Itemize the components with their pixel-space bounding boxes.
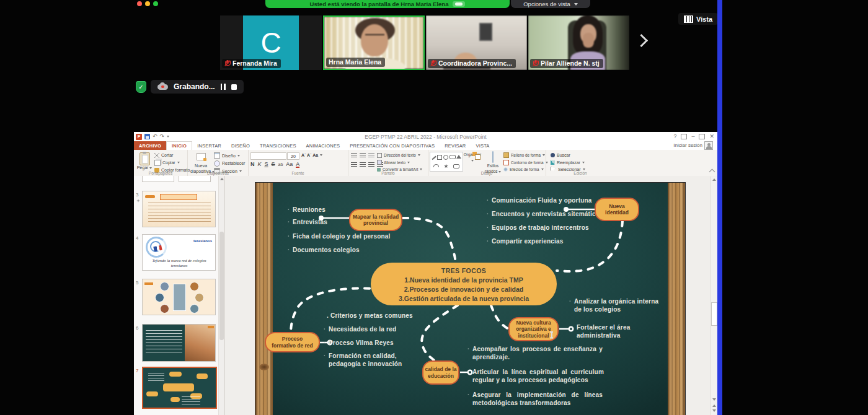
minimize-icon[interactable]: –	[691, 133, 694, 139]
paste-clipboard-icon	[140, 152, 150, 165]
node-tres-focos[interactable]: TRES FOCOS 1.Nueva identidad de la provi…	[371, 263, 557, 305]
shape-outline-button[interactable]: Contorno de forma	[503, 160, 548, 165]
reset-button[interactable]: Restablecer	[214, 160, 245, 167]
editor-scrollbar-thumb[interactable]	[711, 302, 717, 326]
align-center-icon[interactable]	[360, 162, 366, 167]
node-nueva-identidad[interactable]: Nueva identidad	[595, 198, 639, 221]
slide-thumbnail-3[interactable]	[142, 191, 216, 227]
security-shield-icon[interactable]: ✓	[136, 81, 146, 93]
node-label: 2.Procesos de innovación y de calidad	[404, 285, 524, 294]
list-buttons[interactable]	[351, 153, 374, 158]
numbering-icon[interactable]	[360, 153, 366, 158]
font-name-combobox[interactable]	[250, 152, 286, 160]
vista-button[interactable]: Vista	[678, 13, 718, 25]
list-item: Asegurar la implementación de líneas met…	[472, 391, 603, 407]
find-button[interactable]: Buscar	[551, 152, 585, 158]
scroll-up-icon[interactable]	[220, 178, 224, 180]
tab-presentacion[interactable]: PRESENTACIÓN CON DIAPOSITIVAS	[345, 141, 440, 150]
window-controls[interactable]: ? – ✕	[673, 133, 714, 139]
cut-button[interactable]: Cortar	[154, 152, 190, 158]
maximize-window-dot[interactable]	[153, 1, 158, 6]
stop-recording-button[interactable]	[231, 84, 237, 90]
group-label: Portapapeles	[134, 171, 187, 175]
slide-thumbnail-5[interactable]	[142, 279, 216, 315]
char-spacing-button[interactable]: ab	[278, 162, 283, 167]
shared-screen-edge	[717, 0, 722, 415]
next-participants-arrow[interactable]	[635, 34, 648, 47]
group-label: Fuente	[248, 171, 348, 175]
thumbnails-scrollbar[interactable]	[218, 176, 224, 415]
node-label: educación	[428, 373, 454, 380]
group-font: 20 A´ A` Aa N K S S ab Aa A Fuente	[248, 150, 348, 176]
grow-shrink-font-buttons[interactable]: A´ A` Aa	[301, 152, 322, 158]
list-item: Ficha del colegio y del personal	[293, 232, 391, 240]
recording-label: Grabando...	[174, 82, 215, 91]
font-size-combobox[interactable]: 20	[287, 152, 299, 160]
node-proceso-formativo[interactable]: Proceso formativo de red	[265, 332, 320, 352]
close-icon[interactable]: ✕	[709, 133, 714, 139]
scroll-up-icon[interactable]	[712, 178, 716, 181]
video-tile-pilar[interactable]: Pilar Alliende N. stj	[528, 15, 629, 70]
partial-thumbnail	[142, 176, 174, 182]
collapse-ribbon-icon[interactable]	[709, 169, 715, 175]
font-color-button[interactable]: A	[296, 162, 299, 168]
list-item: Articular la línea espiritual al curricu…	[472, 369, 604, 384]
ribbon-options-icon[interactable]	[681, 134, 687, 139]
tab-archivo[interactable]: ARCHIVO	[134, 141, 166, 150]
screen: Usted está viendo la pantalla de Hrna Ma…	[0, 0, 868, 415]
tab-insertar[interactable]: INSERTAR	[192, 141, 226, 150]
case-button[interactable]: Aa	[286, 161, 293, 167]
recording-cloud-icon	[157, 84, 168, 90]
shape-fill-button[interactable]: Relleno de forma	[503, 152, 548, 158]
slide-thumbnail-6[interactable]	[142, 324, 216, 362]
video-tile-fernanda[interactable]: C Fernanda Mira	[220, 15, 322, 70]
restore-icon[interactable]	[699, 134, 705, 139]
align-text-button[interactable]: Alinear texto	[377, 160, 422, 165]
tab-revisar[interactable]: REVISAR	[440, 141, 471, 150]
tab-vista[interactable]: VISTA	[471, 141, 494, 150]
underline-button[interactable]: S	[265, 161, 268, 167]
bold-button[interactable]: N	[250, 161, 255, 167]
align-right-icon[interactable]	[368, 162, 374, 167]
list-item: Proceso Vilma Reyes	[329, 339, 394, 347]
arrange-button[interactable]: Organizar	[463, 152, 482, 163]
previous-slide-icon[interactable]	[712, 404, 716, 407]
scroll-down-icon[interactable]	[712, 398, 716, 401]
pause-recording-button[interactable]	[221, 84, 226, 90]
slide-thumbnail-7-selected[interactable]	[142, 367, 217, 409]
help-icon[interactable]: ?	[673, 133, 676, 139]
replace-button[interactable]: Reemplazar	[551, 160, 585, 165]
video-tile-coordinadora[interactable]: Coordinadora Provinc...	[426, 15, 527, 70]
slide-thumbnail-4[interactable]: teresianos Tejiendo la nueva red de cole…	[142, 234, 216, 271]
muted-mic-icon	[430, 60, 436, 67]
participant-name: Coordinadora Provinc...	[438, 59, 512, 67]
layout-button[interactable]: Diseño	[214, 152, 245, 159]
video-tile-maria-elena[interactable]: Hrna Maria Elena	[323, 15, 425, 70]
node-mapear[interactable]: Mapear la realidad provincial	[349, 209, 402, 231]
sign-in-link[interactable]: Iniciar sesión	[673, 142, 702, 148]
view-options-button[interactable]: Opciones de vista	[511, 0, 590, 8]
account-person-icon[interactable]	[704, 141, 713, 150]
tab-transiciones[interactable]: TRANSICIONES	[255, 141, 301, 150]
copy-button[interactable]: Copiar	[154, 160, 190, 166]
tab-animaciones[interactable]: ANIMACIONES	[301, 141, 345, 150]
group-drawing: Organizar Estilosrápidos Relleno de form…	[428, 150, 546, 176]
next-slide-icon[interactable]	[712, 409, 716, 412]
indent-icon[interactable]	[368, 153, 374, 158]
node-label: 1.Nueva identidad de la provincia TMP	[404, 276, 523, 285]
align-left-icon[interactable]	[351, 162, 357, 167]
close-window-dot[interactable]	[137, 1, 142, 6]
shapes-gallery[interactable]	[430, 152, 463, 172]
italic-button[interactable]: K	[258, 161, 262, 167]
tab-inicio[interactable]: INICIO	[166, 141, 192, 150]
slide-canvas[interactable]: Reuniones Entrevistas Ficha del colegio …	[255, 183, 685, 415]
bullets-icon[interactable]	[351, 153, 357, 158]
node-calidad-educacion[interactable]: calidad de la educación	[422, 360, 459, 385]
tab-diseno[interactable]: DISEÑO	[226, 141, 255, 150]
scrollbar-thumb[interactable]	[219, 232, 224, 340]
minimize-window-dot[interactable]	[145, 1, 150, 6]
strikethrough-button[interactable]: S	[272, 161, 275, 167]
group-label: Dibujo	[428, 171, 546, 175]
font-style-buttons[interactable]: N K S S ab Aa A	[250, 161, 299, 168]
text-direction-button[interactable]: Dirección del texto	[377, 152, 422, 158]
